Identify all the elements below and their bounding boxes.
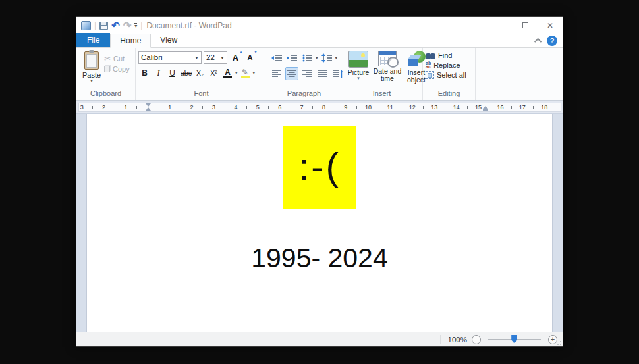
shrink-font-button[interactable]: A▼ — [244, 51, 256, 64]
document-text: 1995- 2024 — [87, 243, 552, 274]
replace-button[interactable]: ab ac Replace — [426, 61, 466, 69]
ruler-track[interactable]: 321123456789101112131415161718 — [78, 103, 561, 112]
document-area: :-( 1995- 2024 — [76, 114, 563, 332]
status-bar: 100% – + — [76, 332, 563, 346]
first-line-indent-marker[interactable] — [146, 103, 152, 112]
align-left-button[interactable] — [270, 67, 283, 80]
ruler-unit: 10 — [365, 103, 387, 111]
zoom-out-button[interactable]: – — [472, 335, 481, 344]
italic-button[interactable]: I — [152, 66, 165, 80]
line-spacing-dropdown-icon[interactable]: ▾ — [335, 56, 338, 60]
minimize-button[interactable]: — — [487, 17, 513, 34]
ruler-unit: 14 — [453, 103, 475, 111]
highlight-dropdown-icon[interactable]: ▾ — [253, 71, 256, 75]
bullet-list-icon — [302, 53, 312, 63]
copy-button[interactable]: Copy — [104, 65, 130, 73]
paste-dropdown-icon[interactable]: ▾ — [90, 79, 93, 83]
paste-button[interactable]: Paste ▾ — [79, 50, 104, 90]
align-right-button[interactable] — [300, 67, 314, 80]
strikethrough-button[interactable]: abc — [180, 66, 192, 80]
tab-view[interactable]: View — [151, 33, 186, 47]
text-highlight-button[interactable]: ✎ — [239, 66, 252, 80]
maximize-button[interactable] — [513, 17, 538, 34]
resize-grip[interactable] — [555, 338, 561, 345]
subscript-button[interactable]: X₂ — [194, 66, 206, 80]
ribbon: Paste ▾ ✂ Cut Copy Clipboard — [76, 48, 563, 101]
document-page[interactable]: :-( 1995- 2024 — [86, 114, 553, 332]
help-button[interactable]: ? — [547, 36, 557, 46]
find-label: Find — [438, 51, 452, 59]
ruler: 321123456789101112131415161718 — [76, 101, 563, 114]
close-button[interactable]: ✕ — [538, 17, 563, 34]
decrease-indent-button[interactable] — [270, 51, 283, 65]
bold-button[interactable]: B — [138, 66, 151, 80]
tab-home[interactable]: Home — [110, 34, 151, 48]
copy-label: Copy — [113, 65, 130, 73]
font-color-icon: A — [225, 69, 231, 76]
highlight-color-bar — [241, 76, 250, 78]
maximize-icon — [522, 22, 528, 28]
font-color-button[interactable]: A — [221, 66, 234, 80]
ruler-unit: 13 — [431, 103, 453, 111]
justify-button[interactable] — [316, 67, 329, 80]
paste-icon — [84, 51, 99, 70]
picture-button[interactable]: Picture ▾ — [344, 50, 373, 90]
align-center-button[interactable] — [285, 67, 298, 80]
select-all-button[interactable]: Select all — [426, 71, 466, 79]
tab-file[interactable]: File — [76, 33, 110, 47]
calendar-clock-icon — [378, 51, 397, 66]
save-icon[interactable] — [99, 22, 108, 30]
ruler-unit: 2 — [101, 103, 123, 111]
ruler-unit: 4 — [233, 103, 255, 111]
ruler-unit: 18 — [541, 103, 561, 111]
increase-indent-button[interactable] — [285, 51, 298, 65]
picture-dropdown-icon[interactable]: ▾ — [357, 76, 360, 80]
font-color-bar — [223, 76, 232, 78]
line-spacing-button[interactable] — [320, 51, 333, 65]
zoom-slider-thumb[interactable] — [511, 335, 517, 344]
select-all-icon — [426, 71, 434, 79]
font-group: Calibri ▼ 22 ▼ A▲ A▼ B I U — [136, 48, 267, 100]
underline-button[interactable]: U — [166, 66, 179, 80]
shrink-font-icon: A — [248, 53, 253, 61]
replace-label: Replace — [433, 61, 460, 69]
ruler-unit: 3 — [211, 103, 233, 111]
font-color-dropdown-icon[interactable]: ▾ — [235, 71, 238, 75]
select-all-label: Select all — [437, 71, 466, 79]
ruler-unit: 6 — [277, 103, 299, 111]
align-right-icon — [302, 69, 312, 78]
cut-button[interactable]: ✂ Cut — [104, 54, 130, 63]
right-indent-marker[interactable] — [483, 106, 488, 111]
font-group-label: Font — [138, 90, 264, 100]
grow-font-icon: A — [233, 53, 238, 63]
wordpad-window: | ↶ ↷ ▾ | Document.rtf - WordPad — ✕ Fil… — [76, 16, 563, 347]
redo-icon: ↷ — [123, 22, 132, 30]
collapse-ribbon-icon[interactable] — [534, 38, 542, 45]
wordpad-app-icon[interactable] — [81, 21, 91, 30]
separator: | — [140, 21, 142, 30]
font-size-value: 22 — [206, 53, 215, 61]
ruler-unit: 15 — [475, 103, 497, 111]
window-title: Document.rtf - WordPad — [146, 21, 487, 30]
ruler-unit: 17 — [519, 103, 541, 111]
align-center-icon — [287, 69, 296, 78]
paragraph-group-label: Paragraph — [270, 90, 338, 100]
decrease-indent-icon — [271, 53, 282, 63]
superscript-button[interactable]: X² — [208, 66, 220, 80]
ruler-unit: 2 — [189, 103, 211, 111]
ruler-unit: 11 — [387, 103, 408, 111]
customize-toolbar-dropdown-icon[interactable]: ▾ — [134, 23, 137, 28]
editing-group: Find ab ac Replace Select all Ed — [423, 48, 476, 100]
list-dropdown-icon[interactable]: ▾ — [316, 56, 318, 60]
list-button[interactable] — [300, 51, 314, 65]
zoom-slider[interactable] — [488, 339, 541, 340]
title-bar: | ↶ ↷ ▾ | Document.rtf - WordPad — ✕ — [76, 17, 563, 34]
font-size-select[interactable]: 22 ▼ — [204, 51, 227, 64]
editing-group-label: Editing — [426, 90, 472, 100]
find-button[interactable]: Find — [426, 51, 466, 59]
font-family-select[interactable]: Calibri ▼ — [138, 51, 202, 64]
date-and-time-button[interactable]: Date and time — [373, 50, 402, 90]
undo-icon[interactable]: ↶ — [111, 22, 120, 30]
grow-font-button[interactable]: A▲ — [229, 51, 242, 64]
line-spacing-icon — [321, 53, 332, 63]
